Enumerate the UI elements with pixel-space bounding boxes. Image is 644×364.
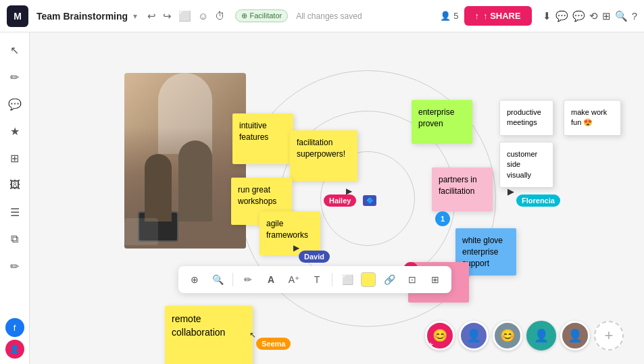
florencia-cursor-icon: ▶: [507, 186, 514, 197]
photo-content: [124, 73, 246, 249]
left-sidebar: ↖ ✏ 💬 ★ ⊞ 🖼 ☰ ⧉ ✏ f 👤: [0, 32, 30, 364]
undo-button[interactable]: ↩: [145, 8, 158, 24]
select-tool-button[interactable]: ⊕: [185, 270, 204, 289]
star-badge: ★: [425, 339, 437, 350]
share-button[interactable]: ↑ ↑ SHARE: [464, 6, 532, 26]
sidebar-facebook[interactable]: f: [5, 318, 24, 337]
text-tool-button[interactable]: T: [307, 270, 326, 289]
shape-tool-button[interactable]: ⬜: [338, 270, 357, 289]
right-toolbar: ⬇ 💬 💬 ⟲ ⊞ 🔍 ?: [543, 10, 637, 22]
redo-button[interactable]: ↪: [161, 8, 174, 24]
users-icon: 👤: [440, 11, 451, 21]
toolbar-divider-2: [332, 273, 332, 286]
download-icon[interactable]: ⬇: [543, 10, 551, 22]
title-dropdown-icon[interactable]: ▾: [133, 11, 137, 21]
canvas-area[interactable]: intuitive features facilitation superpow…: [30, 32, 644, 364]
app-logo: M: [7, 5, 28, 27]
timer-button[interactable]: ⏱: [213, 8, 227, 24]
add-collaborator-button[interactable]: +: [594, 321, 624, 350]
sidebar-user-avatar[interactable]: 👤: [5, 340, 24, 359]
sticky-intuitive-features[interactable]: intuitive features: [232, 113, 293, 164]
sidebar-item-copy[interactable]: ⧉: [3, 227, 27, 251]
sidebar-item-star[interactable]: ★: [3, 119, 27, 143]
david-cursor-icon: ▶: [293, 243, 299, 253]
zoom-icon[interactable]: 🔍: [615, 10, 628, 22]
seema-cursor-icon: ↖: [249, 330, 256, 340]
sidebar-item-layers[interactable]: ☰: [3, 200, 27, 224]
photo-image: [124, 73, 246, 249]
color-tool-button[interactable]: [361, 272, 376, 287]
share-label: ↑ SHARE: [483, 11, 521, 21]
layout-tool-button[interactable]: ⊡: [403, 270, 422, 289]
sidebar-bottom: f 👤: [5, 318, 24, 359]
sidebar-item-draw[interactable]: ✏: [3, 254, 27, 278]
collaborators-row: 😊 ★ 👤 😊 👤 👤 +: [425, 321, 624, 350]
facilitator-badge[interactable]: ⊕ Facilitator: [235, 9, 288, 22]
person-silhouette-2: [178, 140, 212, 222]
document-title[interactable]: Team Brainstorming: [36, 11, 128, 22]
user-count-number: 5: [453, 11, 458, 21]
cursor-florencia: Florencia: [516, 194, 560, 207]
zoom-tool-button[interactable]: 🔍: [208, 270, 227, 289]
sticky-productive-meetings[interactable]: productive meetings: [499, 100, 553, 136]
emoji-button[interactable]: ☺: [196, 8, 210, 24]
share-icon: ↑: [475, 11, 480, 21]
avatar-5[interactable]: 👤: [560, 321, 590, 350]
chat-icon[interactable]: 💬: [572, 10, 585, 22]
person-silhouette-1: [145, 154, 172, 222]
help-icon[interactable]: ?: [632, 10, 637, 22]
cursor-hailey: Hailey: [324, 194, 356, 207]
badge-1: 1: [435, 211, 450, 226]
pen-tool-button[interactable]: ✏: [239, 270, 257, 289]
avatar-1[interactable]: 😊 ★: [425, 321, 455, 350]
sidebar-item-pen[interactable]: ✏: [3, 65, 27, 89]
sticky-customer-side-visually[interactable]: customer side visually: [499, 142, 553, 188]
undo-redo-toolbar: ↩ ↪ ⬜ ☺ ⏱: [145, 8, 227, 24]
comments-icon[interactable]: 💬: [555, 10, 568, 22]
more-tool-button[interactable]: ⊞: [426, 270, 445, 289]
sidebar-item-grid[interactable]: ⊞: [3, 146, 27, 170]
sticky-remote-collaboration[interactable]: remote collaboration: [165, 306, 253, 364]
text-a-button[interactable]: A: [262, 270, 280, 289]
sidebar-item-image[interactable]: 🖼: [3, 173, 27, 197]
sticky-facilitation-superpowers[interactable]: facilitation superpowers!: [290, 130, 357, 181]
grid-view-icon[interactable]: ⊞: [602, 10, 611, 22]
logo-icon: M: [14, 11, 22, 22]
text-a-plus-button[interactable]: A⁺: [284, 270, 303, 289]
formatting-toolbar: ⊕ 🔍 ✏ A A⁺ T ⬜ 🔗 ⊡ ⊞: [178, 266, 451, 293]
cursor-david: David: [299, 251, 330, 263]
hailey-cursor-icon: ▶: [346, 186, 352, 196]
sticky-make-work-fun[interactable]: make work fun 😍: [564, 100, 621, 136]
sticky-agile-frameworks[interactable]: agile frameworks: [259, 211, 320, 255]
hailey-indicator: 🔷: [363, 195, 376, 206]
avatar-4[interactable]: 👤: [526, 321, 556, 350]
sidebar-item-comment[interactable]: 💬: [3, 92, 27, 116]
sidebar-item-cursor[interactable]: ↖: [3, 38, 27, 62]
top-toolbar: M Team Brainstorming ▾ ↩ ↪ ⬜ ☺ ⏱ ⊕ Facil…: [0, 0, 644, 32]
saved-status: All changes saved: [296, 11, 362, 21]
avatar-2[interactable]: 👤: [459, 321, 489, 350]
sticky-enterprise-proven[interactable]: enterprise proven: [412, 100, 472, 144]
user-count: 👤 5: [440, 11, 458, 21]
tablet-overlay: [124, 218, 158, 245]
link-tool-button[interactable]: 🔗: [380, 270, 399, 289]
history-icon[interactable]: ⟲: [589, 10, 598, 22]
sticky-partners-facilitation[interactable]: partners in facilitation: [432, 167, 493, 211]
avatar-3[interactable]: 😊: [493, 321, 522, 350]
toolbar-divider-1: [232, 273, 233, 286]
cursor-seema: Seema: [256, 338, 291, 350]
frame-button[interactable]: ⬜: [176, 8, 193, 24]
